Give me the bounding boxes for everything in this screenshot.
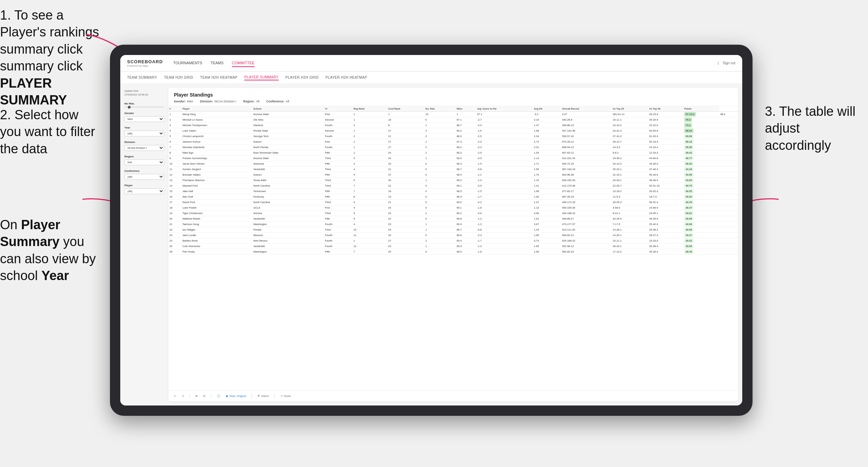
table-cell: 12 xyxy=(353,244,387,249)
table-cell: 61-20-3 xyxy=(648,134,683,139)
table-row[interactable]: 18Luke PowellUCLAFirst424069.1-1.81.1350… xyxy=(168,205,738,211)
table-cell: 23 xyxy=(168,233,181,238)
table-cell: 3.07 xyxy=(561,112,612,117)
table-row[interactable]: 7Nicholas GabrielcikNorth FloridaFourth1… xyxy=(168,145,738,150)
table-cell: 1.61 xyxy=(533,216,561,222)
table-row[interactable]: 3Michael ThorbjornsenStanfordFourth28168… xyxy=(168,123,738,128)
table-cell: 562-82-23 xyxy=(561,249,612,255)
sub-nav-player-summary[interactable]: PLAYER SUMMARY xyxy=(244,75,278,80)
table-row[interactable]: 10Jacob Skov OlesenArkansasFifth223068.4… xyxy=(168,161,738,167)
table-cell: 0 xyxy=(424,216,456,222)
table-cell: 27 xyxy=(387,139,424,145)
table-row[interactable]: 2Michael Le SassoOle MissSecond118067.1-… xyxy=(168,117,738,123)
points-value: 43.83 xyxy=(684,178,693,182)
table-row[interactable]: 26Petr HrubyWashingtonFifth725068.6-1.81… xyxy=(168,249,738,255)
table-row[interactable]: 4Luke ClatonFlorida StateSecond127268.2-… xyxy=(168,128,738,134)
step1-bold: PLAYER SUMMARY xyxy=(0,76,67,107)
table-row[interactable]: 8Mats EgeEast Tennessee StateFifth124268… xyxy=(168,150,738,156)
sidebar: Update time: 27/03/2024 16:56:26 No Rds.… xyxy=(120,84,168,405)
table-row[interactable]: 22Ian GilliganFloridaThird1024168.7-0.81… xyxy=(168,227,738,233)
redo-btn[interactable]: ↪ xyxy=(182,394,184,398)
table-cell: 1.13 xyxy=(533,205,561,211)
table-row[interactable]: 15Jake HallTennesseeFifth718068.5-1.51.6… xyxy=(168,189,738,194)
table-row[interactable]: 14Maxwell FordNorth CarolinaThird722069.… xyxy=(168,183,738,189)
region-select[interactable]: N/A xyxy=(124,159,164,165)
table-cell: 2 xyxy=(424,134,456,139)
table-cell: 1 xyxy=(424,178,456,183)
table-cell: 68.3 xyxy=(456,150,476,156)
sub-nav-team-summary[interactable]: TEAM SUMMARY xyxy=(127,75,157,80)
conference-select[interactable]: (All) xyxy=(124,174,164,180)
col-player: Player xyxy=(181,106,252,112)
nav-committee[interactable]: COMMITTEE xyxy=(232,59,255,67)
table-cell: 21 xyxy=(387,200,424,205)
table-row[interactable]: 11Gordon SargentVanderbiltThird421068.7-… xyxy=(168,167,738,172)
table-cell: 86.2 xyxy=(719,112,738,117)
table-cell: 38.47 xyxy=(683,205,719,211)
table-cell: 55.56 xyxy=(683,145,719,150)
table-cell: 28-15-0 xyxy=(648,112,683,117)
paste-btn[interactable]: ⊡ xyxy=(203,394,205,398)
table-cell: Second xyxy=(324,117,353,123)
table-row[interactable]: 5Christo LamprechtGeorgia TechFourth2212… xyxy=(168,134,738,139)
sub-nav-player-h2h-heatmap[interactable]: PLAYER H2H HEATMAP xyxy=(326,75,367,80)
slider-thumb[interactable] xyxy=(128,106,131,109)
table-row[interactable]: 23Jack LundinMissouriFourth1124068.6-2.3… xyxy=(168,233,738,238)
points-value: 40.02 xyxy=(684,238,693,243)
table-row[interactable]: 9Preston SummerhaysArizona StateThird324… xyxy=(168,156,738,161)
table-cell: -0.8 xyxy=(476,167,533,172)
table-row[interactable]: 24Bastien AmatNew MexicoFourth127269.4-1… xyxy=(168,238,738,244)
table-cell: Fourth xyxy=(324,244,353,249)
table-row[interactable]: 16Alex GoffKentuckyFifth819068.3-1.71.92… xyxy=(168,194,738,200)
table-row[interactable]: 19Tiger ChristensenArizonaThird523269.2-… xyxy=(168,211,738,216)
table-cell: 4 xyxy=(353,200,387,205)
table-cell: 23 xyxy=(387,244,424,249)
table-scroll[interactable]: # Player School Yr Reg Rank Conf Rank No… xyxy=(168,106,738,390)
nav-teams[interactable]: TEAMS xyxy=(211,59,224,67)
table-cell: North Carolina xyxy=(252,200,324,205)
table-cell: 4-58-0 xyxy=(612,205,648,211)
table-cell: 68.7 xyxy=(456,227,476,233)
view-original-btn[interactable]: ◉ View: Original xyxy=(226,394,246,398)
table-cell: 14 xyxy=(168,183,181,189)
watch-btn[interactable]: 👁 Watch xyxy=(257,394,269,398)
table-cell: 69.2 xyxy=(456,211,476,216)
table-cell: 31-15-1 xyxy=(612,172,648,178)
table-row[interactable]: 6Jackson KoivunAuburnFirst127167.3-2.02.… xyxy=(168,139,738,145)
undo-btn[interactable]: ↩ xyxy=(174,394,176,398)
table-cell: 3 xyxy=(168,123,181,128)
table-cell: Jake Hall xyxy=(181,189,252,194)
table-cell: 20 xyxy=(168,216,181,222)
sign-out-link[interactable]: Sign out xyxy=(723,61,735,65)
table-row[interactable]: 1Wenyi DingArizona StateFirst1115167.1-3… xyxy=(168,112,738,117)
nav-right: | Sign out xyxy=(718,61,735,65)
table-cell: 63-54-6 xyxy=(648,128,683,134)
toolbar-divider-2 xyxy=(211,393,211,399)
table-row[interactable]: 12Brendan ValdesAuburnFifth537068.4-1.11… xyxy=(168,172,738,178)
no-rds-slider[interactable] xyxy=(124,107,164,108)
table-row[interactable]: 20Matthew RiedelVanderbiltFifth922068.8-… xyxy=(168,216,738,222)
gender-select[interactable]: Men xyxy=(124,116,164,122)
filter-region-label: Region: xyxy=(243,100,255,103)
table-row[interactable]: 21Taehoon SongWashingtonFourth423169.3-1… xyxy=(168,222,738,227)
nav-tournaments[interactable]: TOURNAMENTS xyxy=(173,59,202,67)
division-select[interactable]: NCAA Division I xyxy=(124,145,164,151)
table-row[interactable]: 25Cole SherwoodVanderbiltFourth1223169.3… xyxy=(168,244,738,249)
table-cell: 40.55 xyxy=(683,189,719,194)
table-cell: 18 xyxy=(387,117,424,123)
col-wins: Wins xyxy=(456,106,476,112)
copy-btn[interactable]: ⧉ xyxy=(196,394,198,398)
table-cell: 26-25-3 xyxy=(612,200,648,205)
clock-btn[interactable]: 🕐 xyxy=(217,394,220,398)
table-row[interactable]: 13Phichaksn MaichonTexas A&MThird630169.… xyxy=(168,178,738,183)
table-header: Player Standings Gender: Men Division: N… xyxy=(168,88,738,106)
sub-nav-team-h2h-grid[interactable]: TEAM H2H GRID xyxy=(164,75,193,80)
player-select[interactable]: (All) xyxy=(124,188,164,194)
sub-nav-player-h2h-grid[interactable]: PLAYER H2H GRID xyxy=(286,75,319,80)
points-value: 66.04 xyxy=(684,129,693,133)
table-row[interactable]: 17David FordNorth CarolinaThird421069.0-… xyxy=(168,200,738,205)
points-value: 73.1 xyxy=(684,123,692,127)
share-btn[interactable]: ↗ Share xyxy=(280,394,291,398)
sub-nav-team-h2h-heatmap[interactable]: TEAM H2H HEATMAP xyxy=(200,75,237,80)
year-select[interactable]: (All) xyxy=(124,131,164,136)
